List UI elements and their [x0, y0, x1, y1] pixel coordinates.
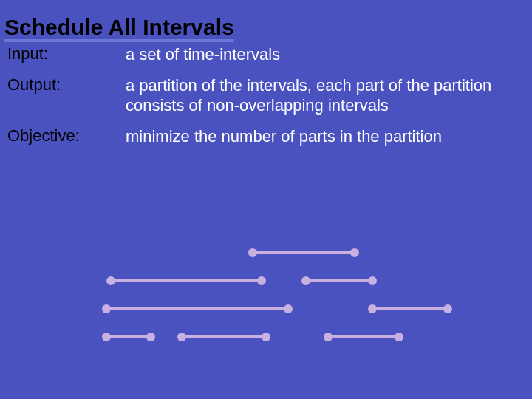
interval-bar — [306, 279, 372, 282]
interval-bar — [253, 251, 355, 254]
definition-label: Input: — [0, 44, 126, 64]
interval-diagram — [0, 244, 532, 392]
interval-bar — [328, 335, 399, 338]
slide-title: Schedule All Intervals — [4, 15, 234, 40]
interval-bar — [372, 307, 448, 310]
definition-label: Output: — [0, 75, 126, 95]
definition-row: Objective: minimize the number of parts … — [0, 126, 532, 147]
interval-bar — [106, 307, 288, 310]
interval-bar — [111, 279, 262, 282]
definition-label: Objective: — [0, 126, 126, 146]
definition-value: a set of time-intervals — [126, 44, 295, 65]
definition-row: Input: a set of time-intervals — [0, 44, 532, 65]
definitions-block: Input: a set of time-intervals Output: a… — [0, 44, 532, 157]
definition-value: a partition of the intervals, each part … — [126, 75, 532, 116]
definition-value: minimize the number of parts in the part… — [126, 126, 457, 147]
interval-bar — [106, 335, 151, 338]
definition-row: Output: a partition of the intervals, ea… — [0, 75, 532, 116]
interval-bar — [182, 335, 266, 338]
